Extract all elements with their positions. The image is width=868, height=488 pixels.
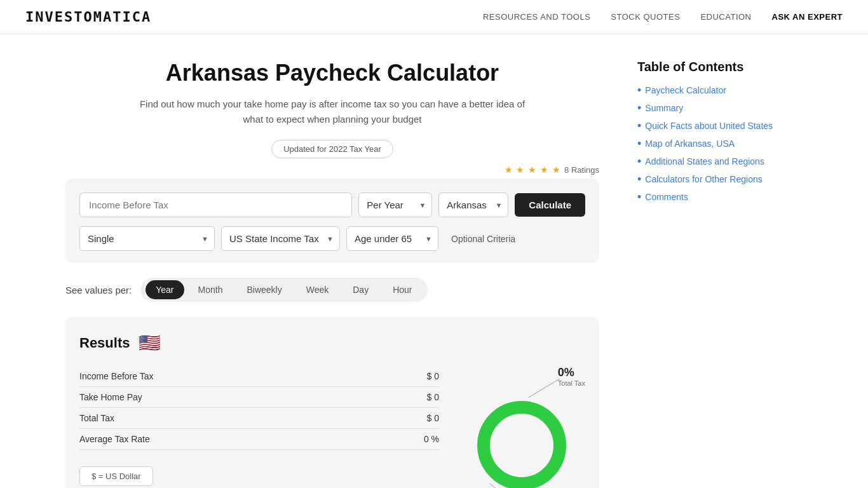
currency-badge: $ = US Dollar [79, 466, 153, 486]
logo[interactable]: INVESTOMATICA [25, 9, 151, 25]
toc-link-quickfacts[interactable]: Quick Facts about United States [645, 121, 773, 131]
state-tax-select[interactable]: US State Income Tax No State Tax [221, 226, 340, 251]
period-biweekly-btn[interactable]: Biweekly [236, 280, 292, 299]
total-tax-value: $ 0 [427, 413, 439, 423]
badge-row: Updated for 2022 Tax Year [65, 140, 599, 158]
result-income-row: Income Before Tax $ 0 [79, 366, 439, 387]
toc-link-calculators[interactable]: Calculators for Other Regions [645, 174, 762, 184]
main-content: Arkansas Paycheck Calculator Find out ho… [65, 60, 599, 488]
toc-bullet-3: • [637, 120, 641, 132]
age-select[interactable]: Age under 65 Age 65 or over [346, 226, 438, 251]
state-select[interactable]: Arkansas Alabama Alaska Arizona Californ… [438, 193, 508, 217]
ratings-row: ★ ★ ★ ★ ★ 8 Ratings [65, 165, 599, 175]
results-grid: Income Before Tax $ 0 Take Home Pay $ 0 … [79, 366, 585, 488]
toc-bullet-1: • [637, 85, 641, 96]
us-flag-icon: 🇺🇸 [139, 332, 161, 353]
result-totaltax-row: Total Tax $ 0 [79, 408, 439, 429]
toc-bullet-5: • [637, 156, 641, 167]
toc-link-paycheck[interactable]: Paycheck Calculator [645, 85, 726, 95]
page-description: Find out how much your take home pay is … [129, 97, 536, 127]
toc-bullet-7: • [637, 191, 641, 203]
results-table: Income Before Tax $ 0 Take Home Pay $ 0 … [79, 366, 439, 488]
filing-select-wrap: Single Married Filing Jointly Married Fi… [79, 226, 215, 251]
period-week-btn[interactable]: Week [296, 280, 339, 299]
toc-item-paycheck: • Paycheck Calculator [637, 85, 803, 96]
svg-line-0 [528, 379, 560, 398]
nav-ask-expert[interactable]: ASK AN EXPERT [772, 12, 843, 22]
leader-line-bottom [490, 484, 515, 488]
sidebar: Table of Contents • Paycheck Calculator … [637, 60, 803, 488]
period-month-btn[interactable]: Month [188, 280, 233, 299]
take-home-pay-value: $ 0 [427, 392, 439, 402]
period-hour-btn[interactable]: Hour [383, 280, 422, 299]
total-tax-label: Total Tax [79, 413, 114, 423]
see-values-label: See values per: [65, 285, 132, 295]
svg-point-1 [484, 407, 560, 484]
ratings-text: 8 Ratings [564, 165, 599, 175]
toc-bullet-6: • [637, 173, 641, 185]
toc-item-map: • Map of Arkansas, USA [637, 138, 803, 149]
star-icons: ★ ★ ★ ★ ★ [505, 165, 562, 175]
toc-link-map[interactable]: Map of Arkansas, USA [645, 139, 735, 149]
toc-list: • Paycheck Calculator • Summary • Quick … [637, 85, 803, 203]
optional-criteria-label: Optional Criteria [451, 234, 515, 244]
result-takehome-row: Take Home Pay $ 0 [79, 387, 439, 408]
nav: RESOURCES AND TOOLS STOCK QUOTES EDUCATI… [483, 12, 843, 22]
filing-status-select[interactable]: Single Married Filing Jointly Married Fi… [79, 226, 215, 251]
donut-chart-area: 0% Total Tax [458, 366, 585, 488]
age-select-wrap: Age under 65 Age 65 or over ▼ [346, 226, 438, 251]
toc-bullet-2: • [637, 102, 641, 114]
total-tax-chart-label: 0% Total Tax [558, 366, 585, 387]
income-input[interactable] [79, 193, 352, 217]
period-select[interactable]: Per Year Per Month Per Week Per Day Per … [358, 193, 432, 217]
toc-title: Table of Contents [637, 60, 803, 74]
main-layout: Arkansas Paycheck Calculator Find out ho… [53, 34, 815, 488]
toc-link-summary[interactable]: Summary [645, 103, 683, 113]
results-header: Results 🇺🇸 [79, 332, 585, 353]
svg-line-3 [490, 484, 509, 488]
state-tax-select-wrap: US State Income Tax No State Tax ▼ [221, 226, 340, 251]
donut-svg [471, 395, 573, 488]
header: INVESTOMATICA RESOURCES AND TOOLS STOCK … [0, 0, 868, 34]
period-day-btn[interactable]: Day [342, 280, 379, 299]
calculate-button[interactable]: Calculate [515, 193, 585, 217]
result-avgrate-row: Average Tax Rate 0 % [79, 429, 439, 450]
toc-item-additional: • Additional States and Regions [637, 156, 803, 167]
nav-education[interactable]: EDUCATION [700, 12, 751, 22]
nav-stock[interactable]: STOCK QUOTES [611, 12, 680, 22]
leader-line-top [528, 379, 560, 398]
results-box: Results 🇺🇸 Income Before Tax $ 0 Take Ho… [65, 317, 599, 488]
toc-item-calculators: • Calculators for Other Regions [637, 173, 803, 185]
calculator-box: Per Year Per Month Per Week Per Day Per … [65, 179, 599, 262]
calc-row-main: Per Year Per Month Per Week Per Day Per … [79, 193, 585, 217]
take-home-pay-label: Take Home Pay [79, 392, 142, 402]
period-select-wrap: Per Year Per Month Per Week Per Day Per … [358, 193, 432, 217]
toc-item-comments: • Comments [637, 191, 803, 203]
period-year-btn[interactable]: Year [146, 280, 184, 299]
average-tax-rate-label: Average Tax Rate [79, 434, 150, 444]
toc-item-quickfacts: • Quick Facts about United States [637, 120, 803, 132]
results-title: Results [79, 335, 130, 351]
state-select-wrap: Arkansas Alabama Alaska Arizona Californ… [438, 193, 508, 217]
see-values-row: See values per: Year Month Biweekly Week… [65, 278, 599, 302]
income-before-tax-value: $ 0 [427, 371, 439, 381]
average-tax-rate-value: 0 % [424, 434, 439, 444]
toc-link-comments[interactable]: Comments [645, 192, 688, 202]
nav-resources[interactable]: RESOURCES AND TOOLS [483, 12, 590, 22]
toc-bullet-4: • [637, 138, 641, 149]
income-before-tax-label: Income Before Tax [79, 371, 153, 381]
toc-link-additional[interactable]: Additional States and Regions [645, 156, 764, 166]
period-buttons: Year Month Biweekly Week Day Hour [140, 278, 427, 302]
page-title: Arkansas Paycheck Calculator [65, 60, 599, 86]
calc-row-optional: Single Married Filing Jointly Married Fi… [79, 226, 585, 251]
tax-year-badge: Updated for 2022 Tax Year [271, 140, 393, 158]
toc-item-summary: • Summary [637, 102, 803, 114]
